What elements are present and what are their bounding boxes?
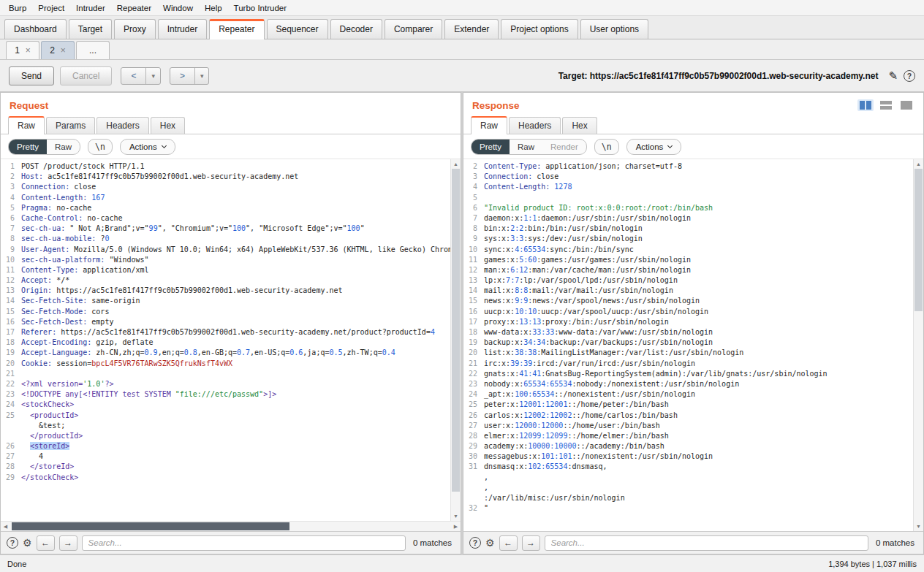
repeater-tab-item[interactable]: ... <box>76 41 110 59</box>
code-line[interactable]: 6Cache-Control: no-cache <box>1 213 450 224</box>
code-line[interactable]: 31dnsmasq:x:102:65534:dnsmasq, <box>463 462 913 472</box>
search-settings-gear-icon[interactable]: ⚙ <box>23 538 32 548</box>
search-next-button[interactable]: → <box>59 535 77 551</box>
response-newline-toggle[interactable]: \n <box>594 139 619 155</box>
request-tab-raw[interactable]: Raw <box>8 116 45 134</box>
code-line[interactable]: , <box>463 483 913 493</box>
code-line[interactable]: 12man:x:6:12:man:/var/cache/man:/usr/sbi… <box>463 265 913 275</box>
search-help-icon[interactable]: ? <box>7 537 18 549</box>
response-actions-button[interactable]: Actions <box>626 139 682 155</box>
response-render-button[interactable]: Render <box>542 140 586 154</box>
tab-comparer[interactable]: Comparer <box>385 19 442 39</box>
tab-proxy[interactable]: Proxy <box>114 19 156 39</box>
code-line[interactable]: 19backup:x:34:34:backup:/var/backups:/us… <box>463 338 913 348</box>
history-back-button[interactable]: < <box>121 68 146 84</box>
code-line[interactable]: 16Sec-Fetch-Dest: empty <box>1 317 450 327</box>
tab-repeater[interactable]: Repeater <box>209 19 264 39</box>
code-line[interactable]: &test; <box>1 421 450 431</box>
code-line[interactable]: 22<?xml version='1.0'?> <box>1 379 450 389</box>
code-line[interactable]: 10sec-ch-ua-platform: "Windows" <box>1 255 450 265</box>
code-line[interactable]: 29</stockCheck> <box>1 473 450 483</box>
tab-dashboard[interactable]: Dashboard <box>4 19 67 39</box>
code-line[interactable]: 1POST /product/stock HTTP/1.1 <box>1 161 450 172</box>
code-line[interactable]: 8sec-ch-ua-mobile: ?0 <box>1 234 450 244</box>
tab-sequencer[interactable]: Sequencer <box>267 19 328 39</box>
tab-target[interactable]: Target <box>69 19 112 39</box>
code-line[interactable]: 17Referer: https://ac5c1fe81f417ff9c0b57… <box>1 327 450 338</box>
code-line[interactable]: 20Cookie: session=bpcL4F5VR76TARwSZK5Qfr… <box>1 359 450 369</box>
code-line[interactable]: 14Sec-Fetch-Site: same-origin <box>1 296 450 306</box>
repeater-tab-2[interactable]: 2× <box>41 41 75 59</box>
history-forward-dropdown-icon[interactable]: ▾ <box>195 68 209 84</box>
history-back-dropdown-icon[interactable]: ▾ <box>146 68 160 84</box>
code-line[interactable]: 11games:x:5:60:games:/usr/games:/usr/sbi… <box>463 255 913 265</box>
code-line[interactable]: 17proxy:x:13:13:proxy:/bin:/usr/sbin/nol… <box>463 317 913 327</box>
request-actions-button[interactable]: Actions <box>120 139 175 155</box>
code-line[interactable]: 11Content-Type: application/xml <box>1 265 450 275</box>
response-code[interactable]: 2Content-Type: application/json; charset… <box>463 161 913 531</box>
code-line[interactable]: 19Accept-Language: zh-CN,zh;q=0.9,en;q=0… <box>1 348 450 358</box>
code-line[interactable]: 26carlos:x:12002:12002::/home/carlos:/bi… <box>463 411 913 421</box>
code-line[interactable]: 25peter:x:12001:12001::/home/peter:/bin/… <box>463 400 913 410</box>
code-line[interactable]: 18www-data:x:33:33:www-data:/var/www:/us… <box>463 327 913 338</box>
request-newline-toggle[interactable]: \n <box>88 139 113 155</box>
code-line[interactable]: 18Accept-Encoding: gzip, deflate <box>1 338 450 348</box>
code-line[interactable]: 6"Invalid product ID: root:x:0:0:root:/r… <box>463 203 913 213</box>
response-pretty-button[interactable]: Pretty <box>472 140 510 154</box>
scrollbar-thumb[interactable] <box>914 169 923 311</box>
code-line[interactable]: 5 <box>463 193 913 203</box>
code-line[interactable]: 13Origin: https://ac5c1fe81f417ff9c0b57b… <box>1 286 450 296</box>
search-input[interactable] <box>545 535 868 551</box>
code-line[interactable]: 7sec-ch-ua: " Not A;Brand";v="99", "Chro… <box>1 224 450 234</box>
code-line[interactable]: 13lp:x:7:7:lp:/var/spool/lpd:/usr/sbin/n… <box>463 275 913 286</box>
code-line[interactable]: 27user:x:12000:12000::/home/user:/bin/ba… <box>463 421 913 431</box>
scroll-down-icon[interactable]: ▼ <box>451 511 461 521</box>
menu-item-project[interactable]: Project <box>32 2 70 14</box>
code-line[interactable]: 4Content-Length: 1278 <box>463 182 913 192</box>
code-line[interactable]: 9sys:x:3:3:sys:/dev:/usr/sbin/nologin <box>463 234 913 244</box>
code-line[interactable]: 25 <productId> <box>1 411 450 421</box>
scrollbar-thumb[interactable] <box>12 522 289 530</box>
code-line[interactable]: 27 4 <box>1 451 450 462</box>
request-tab-headers[interactable]: Headers <box>96 117 148 134</box>
code-line[interactable]: 9User-Agent: Mozilla/5.0 (Windows NT 10.… <box>1 245 450 255</box>
layout-single-icon[interactable] <box>898 99 914 111</box>
code-line[interactable]: 15news:x:9:9:news:/var/spool/news:/usr/s… <box>463 296 913 306</box>
code-line[interactable]: 3Connection: close <box>463 172 913 182</box>
scroll-down-icon[interactable]: ▼ <box>914 522 923 531</box>
menu-item-help[interactable]: Help <box>199 2 228 14</box>
code-line[interactable]: 26 <storeId> <box>1 441 450 451</box>
code-line[interactable]: 24_apt:x:100:65534::/nonexistent:/usr/sb… <box>463 389 913 400</box>
layout-rows-icon[interactable] <box>878 99 894 111</box>
code-line[interactable]: 7daemon:x:1:1:daemon:/usr/sbin:/usr/sbin… <box>463 213 913 224</box>
scrollbar-thumb[interactable] <box>452 169 460 492</box>
scroll-up-icon[interactable]: ▲ <box>914 159 923 169</box>
request-raw-button[interactable]: Raw <box>47 140 80 154</box>
code-line[interactable]: 23nobody:x:65534:65534:nobody:/nonexiste… <box>463 379 913 389</box>
response-tab-headers[interactable]: Headers <box>509 117 561 134</box>
code-line[interactable]: 8bin:x:2:2:bin:/bin:/usr/sbin/nologin <box>463 224 913 234</box>
search-prev-button[interactable]: ← <box>499 535 518 551</box>
send-button[interactable]: Send <box>9 66 54 85</box>
scroll-up-icon[interactable]: ▲ <box>451 159 461 169</box>
code-line[interactable]: 32" <box>463 503 913 514</box>
tab-user-options[interactable]: User options <box>580 19 648 39</box>
code-line[interactable]: 30messagebus:x:101:101::/nonexistent:/us… <box>463 451 913 462</box>
code-line[interactable]: 20list:x:38:38:MailingListManager:/var/l… <box>463 348 913 358</box>
request-code[interactable]: 1POST /product/stock HTTP/1.12Host: ac5c… <box>1 161 450 521</box>
code-line[interactable]: 3Connection: close <box>1 182 450 192</box>
search-input[interactable] <box>82 535 406 551</box>
search-help-icon[interactable]: ? <box>469 537 481 549</box>
search-settings-gear-icon[interactable]: ⚙ <box>485 538 495 548</box>
tab-decoder[interactable]: Decoder <box>330 19 382 39</box>
code-line[interactable]: 28elmer:x:12099:12099::/home/elmer:/bin/… <box>463 431 913 441</box>
menu-item-intruder[interactable]: Intruder <box>70 2 111 14</box>
menu-item-repeater[interactable]: Repeater <box>111 2 157 14</box>
request-editor[interactable]: 1POST /product/stock HTTP/1.12Host: ac5c… <box>1 159 461 521</box>
code-line[interactable]: 29academy:x:10000:10000::/academy:/bin/b… <box>463 441 913 451</box>
menu-item-window[interactable]: Window <box>157 2 199 14</box>
code-line[interactable]: 14mail:x:8:8:mail:/var/mail:/usr/sbin/no… <box>463 286 913 296</box>
scroll-left-icon[interactable]: ◀ <box>1 522 10 531</box>
menu-item-burp[interactable]: Burp <box>3 2 32 14</box>
layout-columns-icon[interactable] <box>857 99 874 111</box>
